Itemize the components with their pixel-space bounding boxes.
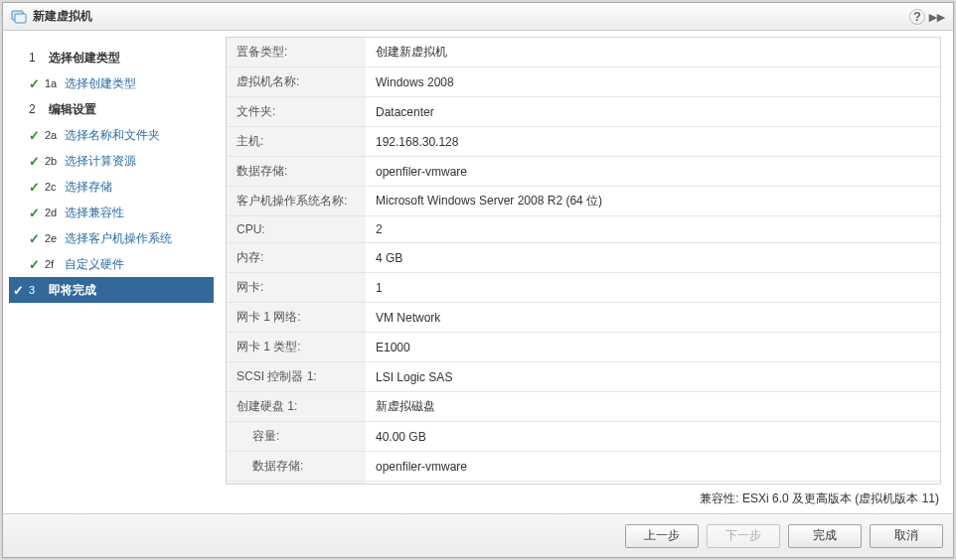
back-button[interactable]: 上一步 xyxy=(625,524,699,548)
table-row: SCSI 控制器 1:LSI Logic SAS xyxy=(227,362,940,392)
step-create-type: 1选择创建类型 xyxy=(11,45,216,70)
summary-value: SCSI (0:0) xyxy=(366,482,940,486)
summary-value: E1000 xyxy=(366,333,940,362)
summary-value: openfiler-vmware xyxy=(366,157,940,187)
summary-table: 置备类型:创建新虚拟机虚拟机名称:Windows 2008文件夹:Datacen… xyxy=(227,38,940,485)
step-storage[interactable]: ✓2c选择存储 xyxy=(11,174,216,200)
content-pane: 置备类型:创建新虚拟机虚拟机名称:Windows 2008文件夹:Datacen… xyxy=(222,31,953,485)
summary-key: 网卡: xyxy=(227,273,366,303)
table-row: 文件夹:Datacenter xyxy=(227,97,940,127)
step-ready[interactable]: ✓3即将完成 xyxy=(9,277,214,303)
summary-value: 2 xyxy=(366,216,940,243)
step-guest-os[interactable]: ✓2e选择客户机操作系统 xyxy=(11,225,216,251)
summary-key: 文件夹: xyxy=(227,97,366,127)
next-button: 下一步 xyxy=(707,524,780,548)
table-row: CPU:2 xyxy=(227,216,940,243)
table-row: 网卡:1 xyxy=(227,273,940,303)
summary-key: 网卡 1 网络: xyxy=(227,303,366,333)
summary-value: 40.00 GB xyxy=(366,422,940,452)
summary-value: 4 GB xyxy=(366,243,940,273)
summary-value: 创建新虚拟机 xyxy=(366,38,940,68)
table-row: 置备类型:创建新虚拟机 xyxy=(227,38,940,68)
summary-key: 网卡 1 类型: xyxy=(227,333,366,362)
titlebar: 新建虚拟机 ? ▸▸ xyxy=(3,3,953,31)
step-compatibility[interactable]: ✓2d选择兼容性 xyxy=(11,200,216,225)
table-row: 内存:4 GB xyxy=(227,243,940,273)
summary-key: 创建硬盘 1: xyxy=(227,392,366,422)
finish-button[interactable]: 完成 xyxy=(788,524,862,548)
table-row: 虚拟设备节点:SCSI (0:0) xyxy=(227,482,940,486)
table-row: 主机:192.168.30.128 xyxy=(227,127,940,157)
summary-value: openfiler-vmware xyxy=(366,452,940,482)
footer: 上一步 下一步 完成 取消 xyxy=(3,513,953,557)
svg-rect-1 xyxy=(15,14,26,23)
summary-key: CPU: xyxy=(227,216,366,243)
summary-value: 192.168.30.128 xyxy=(366,127,940,157)
summary-key: 置备类型: xyxy=(227,38,366,68)
summary-value: LSI Logic SAS xyxy=(366,362,940,392)
cancel-button[interactable]: 取消 xyxy=(870,524,943,548)
title-text: 新建虚拟机 xyxy=(33,8,92,25)
compat-line: 兼容性: ESXi 6.0 及更高版本 (虚拟机版本 11) xyxy=(3,485,953,513)
step-custom-hw[interactable]: ✓2f自定义硬件 xyxy=(11,251,216,277)
summary-key: 客户机操作系统名称: xyxy=(227,187,366,216)
table-row: 虚拟机名称:Windows 2008 xyxy=(227,68,940,97)
summary-value: VM Network xyxy=(366,303,940,333)
summary-value: 1 xyxy=(366,273,940,303)
step-compute-resource[interactable]: ✓2b选择计算资源 xyxy=(11,148,216,174)
step-name-folder[interactable]: ✓2a选择名称和文件夹 xyxy=(11,122,216,148)
table-row: 数据存储:openfiler-vmware xyxy=(227,157,940,187)
help-icon[interactable]: ? xyxy=(909,9,925,25)
table-row: 网卡 1 网络:VM Network xyxy=(227,303,940,333)
summary-key: SCSI 控制器 1: xyxy=(227,362,366,392)
table-row: 数据存储:openfiler-vmware xyxy=(227,452,940,482)
summary-key: 数据存储: xyxy=(227,452,366,482)
table-row: 容量:40.00 GB xyxy=(227,422,940,452)
summary-value: Microsoft Windows Server 2008 R2 (64 位) xyxy=(366,187,940,216)
summary-key: 容量: xyxy=(227,422,366,452)
summary-key: 主机: xyxy=(227,127,366,157)
table-row: 客户机操作系统名称:Microsoft Windows Server 2008 … xyxy=(227,187,940,216)
summary-key: 虚拟设备节点: xyxy=(227,482,366,486)
step-create-type-sub[interactable]: ✓1a选择创建类型 xyxy=(11,70,216,96)
step-edit-settings: 2编辑设置 xyxy=(11,96,216,122)
summary-key: 数据存储: xyxy=(227,157,366,187)
table-row: 网卡 1 类型:E1000 xyxy=(227,333,940,362)
summary-value: Windows 2008 xyxy=(366,68,940,97)
summary-scroll[interactable]: 置备类型:创建新虚拟机虚拟机名称:Windows 2008文件夹:Datacen… xyxy=(226,37,941,485)
summary-value: Datacenter xyxy=(366,97,940,127)
collapse-icon[interactable]: ▸▸ xyxy=(929,9,945,25)
summary-key: 内存: xyxy=(227,243,366,273)
summary-value: 新虚拟磁盘 xyxy=(366,392,940,422)
vm-icon xyxy=(11,9,27,25)
new-vm-wizard: 新建虚拟机 ? ▸▸ 1选择创建类型 ✓1a选择创建类型 2编辑设置 ✓2a选择… xyxy=(2,2,954,558)
wizard-steps: 1选择创建类型 ✓1a选择创建类型 2编辑设置 ✓2a选择名称和文件夹 ✓2b选… xyxy=(3,31,222,485)
table-row: 创建硬盘 1:新虚拟磁盘 xyxy=(227,392,940,422)
summary-key: 虚拟机名称: xyxy=(227,68,366,97)
